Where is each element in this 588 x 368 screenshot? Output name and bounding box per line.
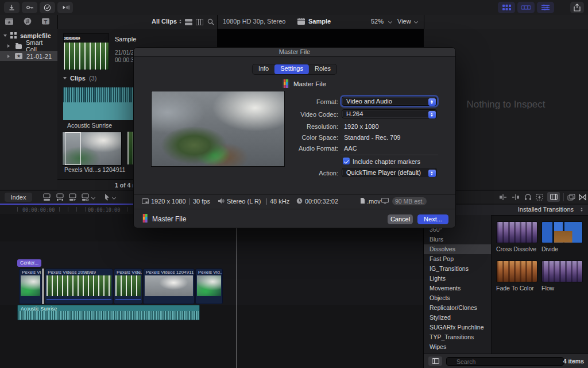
tool-caret-icon[interactable] [112, 195, 116, 200]
inspector-toggle-button[interactable] [537, 2, 554, 13]
titles-generators-button[interactable]: T [41, 17, 50, 25]
cancel-button[interactable]: Cancel [388, 214, 413, 224]
photos-audio-button[interactable] [23, 17, 32, 25]
tab-roles[interactable]: Roles [309, 64, 336, 74]
av-output-button[interactable] [57, 2, 73, 13]
background-tasks-button[interactable] [40, 2, 55, 13]
share-button[interactable] [570, 2, 584, 13]
index-button[interactable]: Index [5, 193, 32, 202]
monitor-icon [381, 198, 389, 204]
solo-button[interactable] [524, 193, 532, 201]
transitions-browser-button[interactable] [579, 194, 586, 201]
trim-start-button[interactable] [499, 194, 507, 201]
transitions-search-input[interactable] [446, 357, 564, 366]
sidebar-toggle-button[interactable] [428, 356, 442, 366]
audio-sync-line [47, 299, 111, 300]
selection-range[interactable] [65, 132, 81, 165]
transition-category[interactable]: Wipes [424, 342, 491, 352]
format-value: Video and Audio [346, 98, 392, 105]
edit-tools-caret-icon[interactable] [91, 195, 95, 200]
timeline-toggle-button[interactable] [517, 2, 535, 13]
append-clip-button[interactable] [68, 193, 77, 201]
clips-section-header[interactable]: Clips (3) [63, 75, 96, 82]
action-select[interactable]: QuickTime Player (default) [342, 168, 437, 177]
clips-disclosure-icon[interactable] [63, 77, 67, 81]
effects-browser-button[interactable] [547, 192, 560, 202]
codec-label: Video Codec: [269, 111, 338, 118]
transition-category[interactable]: Blurs [424, 235, 491, 244]
transition-item-label: Flow [541, 285, 554, 292]
overwrite-clip-button[interactable] [81, 193, 90, 201]
browser-search-button[interactable] [207, 18, 214, 25]
playhead[interactable] [237, 215, 237, 368]
info-extension: .mov [367, 198, 381, 205]
disclosure-open-icon[interactable] [3, 34, 7, 39]
snapping-button[interactable] [536, 194, 543, 201]
transition-category-selected[interactable]: Dissolves [424, 244, 491, 254]
browser-toggle-button[interactable] [498, 2, 515, 13]
view-dropdown[interactable]: View [397, 18, 411, 25]
transition-item-thumb[interactable] [496, 260, 537, 282]
timeline-clip[interactable]: Pexels Vid... [195, 269, 223, 304]
timeline-clip[interactable]: Pexels Videos 2098989 [45, 269, 113, 304]
tab-settings[interactable]: Settings [274, 64, 309, 74]
insert-clip-button[interactable] [56, 193, 64, 201]
transition-category[interactable]: Objects [424, 293, 491, 303]
music-note-icon [23, 17, 32, 25]
format-select[interactable]: Video and Audio [342, 97, 437, 106]
chapter-markers-label: Include chapter markers [353, 158, 420, 165]
timeline[interactable]: Center... Pexels Vi... Pexels Videos 209… [0, 214, 423, 368]
clip-name: Pexels Videos 2098989 [48, 270, 96, 275]
transition-item-thumb[interactable] [496, 221, 537, 243]
chapter-markers-checkbox[interactable] [343, 158, 350, 164]
transition-category[interactable]: Lights [424, 274, 491, 283]
clip-name: Pexels Vi... [22, 270, 42, 275]
timeline-clip[interactable]: Pexels Vide... [114, 269, 142, 304]
import-button[interactable] [4, 2, 20, 13]
project-thumbnail[interactable]: ››››››››››› [63, 33, 109, 70]
clip-filter-dropdown[interactable]: All Clips [152, 18, 177, 25]
codec-select[interactable]: H.264 [342, 109, 437, 118]
filmstrip-icon [521, 4, 531, 11]
transition-category[interactable]: Replicator/Clones [424, 303, 491, 313]
info-duration: 00:00:32:02 [305, 198, 338, 205]
tab-info[interactable]: Info [253, 64, 274, 74]
clip-filter-caret-icon [179, 20, 181, 24]
keyword-button[interactable] [22, 2, 37, 13]
disclosure-closed-icon[interactable] [7, 55, 11, 58]
transition-category[interactable]: Fast Pop [424, 254, 491, 264]
transition-item-thumb[interactable] [541, 221, 583, 243]
timeline-clip[interactable]: Pexels Videos 1204911 [143, 269, 195, 304]
transition-category[interactable]: IG_Transitions [424, 264, 491, 274]
next-button[interactable]: Next... [417, 214, 448, 224]
clock-icon [296, 198, 303, 204]
resolution-value: 1920 x 1080 [344, 123, 379, 130]
list-view-button[interactable] [185, 19, 192, 25]
trim-end-button[interactable] [512, 194, 520, 201]
info-channels: Stereo (L R) [227, 198, 261, 205]
zoom-level-dropdown[interactable]: 52% [371, 18, 384, 25]
clip-trim-handle[interactable] [42, 269, 44, 304]
select-tool-button[interactable] [104, 193, 110, 201]
filmstrip-view-icon [196, 19, 203, 25]
zoom-caret-icon [388, 20, 392, 24]
clip-thumb [197, 275, 221, 296]
sidebar-item-smart-collection[interactable]: Smart Coll... [0, 41, 57, 51]
transition-category[interactable]: TYP_Transitions [424, 332, 491, 342]
infobar-divider-top [134, 194, 455, 195]
sidebar-item-event[interactable]: ★ 21-01-21 [0, 51, 57, 61]
photos-browser-button[interactable] [567, 194, 575, 201]
title-clip-badge[interactable]: Center... [17, 259, 41, 267]
transition-category[interactable]: SUGARfx Punchline [424, 323, 491, 332]
ruler-timecode: 00:00:00:00 [21, 207, 56, 213]
timeline-clip[interactable]: Pexels Vi... [19, 269, 42, 304]
transition-item-thumb[interactable] [541, 260, 583, 282]
timeline-audio-clip[interactable]: Acoustic Sunrise [17, 305, 200, 320]
transition-category[interactable]: Movements [424, 283, 491, 293]
transition-category[interactable]: Stylized [424, 313, 491, 323]
video-clip-thumbnail[interactable] [62, 132, 122, 166]
media-sidebar-button[interactable] [5, 17, 14, 25]
connect-clip-button[interactable] [42, 193, 51, 201]
filmstrip-view-button[interactable] [196, 19, 203, 25]
disclosure-closed-icon[interactable] [7, 44, 11, 48]
